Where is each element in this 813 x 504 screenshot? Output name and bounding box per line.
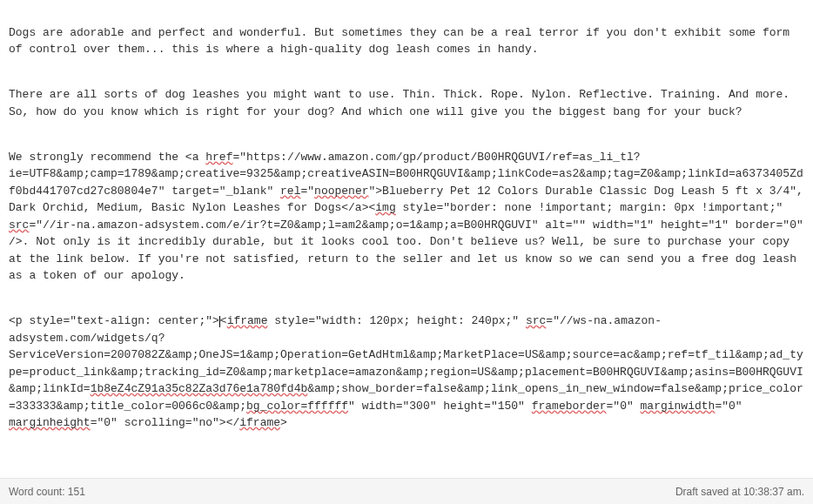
draft-saved-status: Draft saved at 10:38:37 am. (675, 484, 804, 500)
spell-error-iframe: iframe (227, 314, 268, 327)
status-bar: Word count: 151 Draft saved at 10:38:37 … (0, 478, 813, 504)
spell-error-href: href (205, 151, 232, 164)
paragraph-4: <p style="text-align: center;"><iframe s… (9, 312, 804, 432)
spell-error-rel: rel (280, 185, 300, 198)
spell-error-src2: src (526, 314, 546, 327)
spell-error-noopener: noopener (314, 185, 368, 198)
paragraph-2: There are all sorts of dog leashes you m… (9, 86, 804, 120)
paragraph-3: We strongly recommend the <a href="https… (9, 149, 804, 285)
spell-error-frameborder: frameborder (532, 400, 607, 413)
spell-error-linkid: 1b8eZ4cZ91a35c82Za3d76e1a780fd4b (91, 382, 308, 395)
paragraph-1: Dogs are adorable and perfect and wonder… (9, 24, 804, 58)
word-count[interactable]: Word count: 151 (9, 484, 85, 500)
spell-error-iframe2: iframe (239, 416, 280, 429)
editor-content[interactable]: Dogs are adorable and perfect and wonder… (0, 0, 813, 478)
spell-error-img: img (375, 201, 395, 214)
spell-error-marginwidth: marginwidth (641, 400, 716, 413)
spell-error-bgcolor: bg_color=ffffff (246, 400, 348, 413)
spell-error-src: src (9, 218, 29, 232)
spell-error-marginheight: marginheight (9, 416, 91, 429)
